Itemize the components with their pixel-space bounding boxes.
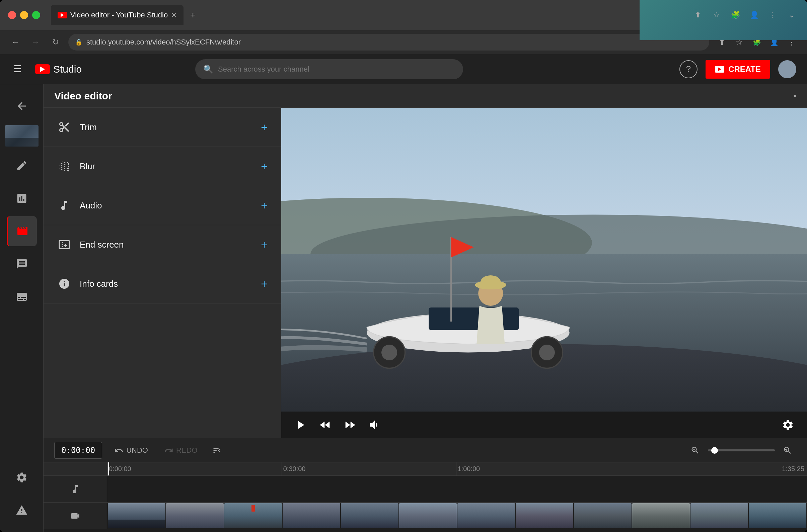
sidebar-item-subtitles[interactable] — [7, 282, 37, 312]
browser-more-button[interactable]: ⌄ — [784, 8, 799, 22]
url-display: studio.youtube.com/video/hSSylxECFNw/edi… — [86, 38, 241, 46]
main-layout: Video editor • — [0, 84, 807, 532]
hamburger-menu-button[interactable]: ☰ — [11, 61, 24, 77]
timeline-tracks: // Generate random waveform bars — [43, 476, 807, 532]
create-video-icon — [715, 66, 724, 73]
trim-label: Trim — [80, 122, 261, 133]
volume-button[interactable] — [366, 417, 383, 433]
rewind-button[interactable] — [317, 417, 333, 433]
traffic-lights — [8, 11, 40, 19]
info-cards-add-button[interactable]: + — [261, 278, 268, 290]
timecode-display: 0:00:00 — [54, 442, 102, 459]
ruler-mark-1: 0:30:00 — [281, 462, 456, 476]
sidebar-item-feedback[interactable] — [7, 495, 37, 525]
sidebar-item-analytics[interactable] — [7, 183, 37, 213]
audio-track-label — [43, 476, 107, 502]
timeline-area: 0:00:00 UNDO REDO — [43, 438, 807, 532]
zoom-out-button[interactable] — [686, 443, 704, 458]
ruler-mark-3: 1:35:25 — [630, 462, 807, 476]
tab-bar: Video editor - YouTube Studio ✕ + — [51, 5, 685, 25]
svg-rect-10 — [428, 307, 519, 330]
undo-label: UNDO — [126, 446, 148, 455]
browser-menu-button[interactable]: ⋮ — [766, 8, 780, 22]
tool-item-info-cards[interactable]: Info cards + — [43, 264, 281, 303]
end-screen-add-button[interactable]: + — [261, 238, 268, 251]
search-input[interactable] — [218, 65, 455, 74]
zoom-in-button[interactable] — [779, 443, 796, 458]
redo-label: REDO — [176, 446, 198, 455]
video-scene — [281, 108, 807, 412]
redo-button[interactable]: REDO — [160, 443, 202, 458]
video-track-label — [43, 502, 107, 529]
search-bar[interactable]: 🔍 — [195, 59, 463, 79]
refresh-button[interactable]: ↻ — [48, 35, 63, 50]
playhead — [108, 462, 109, 475]
blur-add-button[interactable]: + — [261, 160, 268, 173]
tool-item-trim[interactable]: Trim + — [43, 108, 281, 147]
preview-panel — [281, 108, 807, 438]
tools-list: Trim + Blur + — [43, 108, 281, 438]
active-tab[interactable]: Video editor - YouTube Studio ✕ — [51, 5, 183, 25]
editor-options-dot[interactable]: • — [794, 91, 796, 101]
avatar[interactable] — [778, 60, 796, 78]
audio-track-content[interactable]: // Generate random waveform bars — [107, 476, 807, 502]
audio-add-button[interactable]: + — [261, 199, 268, 212]
yt-studio-logo: Studio — [35, 63, 82, 75]
blur-icon — [57, 159, 72, 174]
video-preview — [281, 108, 807, 412]
sidebar-item-edit[interactable] — [7, 151, 37, 181]
sidebar-item-editor[interactable] — [7, 216, 37, 246]
zoom-slider[interactable] — [708, 449, 775, 451]
sidebar-item-video-thumb[interactable] — [4, 124, 40, 148]
play-button[interactable] — [292, 417, 309, 433]
svg-point-9 — [539, 345, 555, 360]
browser-extensions-button[interactable]: 🧩 — [728, 8, 743, 22]
help-button[interactable]: ? — [679, 60, 697, 78]
browser-profile-button[interactable]: 👤 — [747, 8, 762, 22]
svg-point-13 — [480, 276, 501, 289]
video-track-content[interactable] — [107, 502, 807, 529]
help-icon: ? — [686, 64, 691, 74]
sidebar-item-comments[interactable] — [7, 249, 37, 279]
trim-add-button[interactable]: + — [261, 121, 268, 134]
maximize-traffic-light[interactable] — [32, 11, 40, 19]
browser-share-button[interactable]: ⬆ — [691, 8, 705, 22]
search-icon: 🔍 — [203, 64, 213, 74]
audio-track-row: // Generate random waveform bars — [43, 476, 807, 502]
create-label: CREATE — [728, 64, 761, 74]
svg-point-7 — [381, 345, 397, 360]
editor-title: Video editor — [54, 90, 112, 102]
address-bar[interactable]: 🔒 studio.youtube.com/video/hSSylxECFNw/e… — [68, 34, 709, 51]
settings-button[interactable] — [780, 417, 796, 433]
sidebar-item-settings[interactable] — [7, 462, 37, 493]
create-button[interactable]: CREATE — [705, 60, 770, 79]
end-screen-label: End screen — [80, 240, 261, 250]
timeline-zoom — [686, 443, 796, 458]
trim-icon — [57, 120, 72, 134]
tool-item-blur[interactable]: Blur + — [43, 147, 281, 186]
browser-bookmark-button[interactable]: ☆ — [709, 8, 724, 22]
app-container: ☰ Studio 🔍 ? CREATE — [0, 54, 807, 532]
timeline-controls: 0:00:00 UNDO REDO — [43, 438, 807, 462]
browser-window: Video editor - YouTube Studio ✕ + ⬆ ☆ 🧩 … — [0, 0, 807, 532]
sidebar-item-back[interactable] — [7, 91, 37, 121]
tab-close-button[interactable]: ✕ — [171, 11, 177, 19]
youtube-icon — [35, 64, 50, 74]
back-button[interactable]: ← — [8, 35, 23, 50]
minimize-traffic-light[interactable] — [20, 11, 28, 19]
audio-icon — [57, 198, 72, 213]
close-traffic-light[interactable] — [8, 11, 16, 19]
undo-button[interactable]: UNDO — [110, 443, 152, 458]
forward-button[interactable]: → — [28, 35, 43, 50]
studio-text: Studio — [53, 63, 82, 75]
tool-item-audio[interactable]: Audio + — [43, 186, 281, 225]
timeline-ruler: 0:00:00 0:30:00 1:00:00 1:35:25 — [43, 462, 807, 476]
zoom-thumb[interactable] — [711, 447, 718, 454]
new-tab-button[interactable]: + — [186, 8, 200, 22]
tool-item-end-screen[interactable]: End screen + — [43, 225, 281, 264]
audio-label: Audio — [80, 201, 261, 211]
info-cards-label: Info cards — [80, 279, 261, 289]
ruler-mark-2: 1:00:00 — [456, 462, 630, 476]
header-actions: ? CREATE — [679, 60, 796, 79]
fast-forward-button[interactable] — [342, 417, 358, 433]
